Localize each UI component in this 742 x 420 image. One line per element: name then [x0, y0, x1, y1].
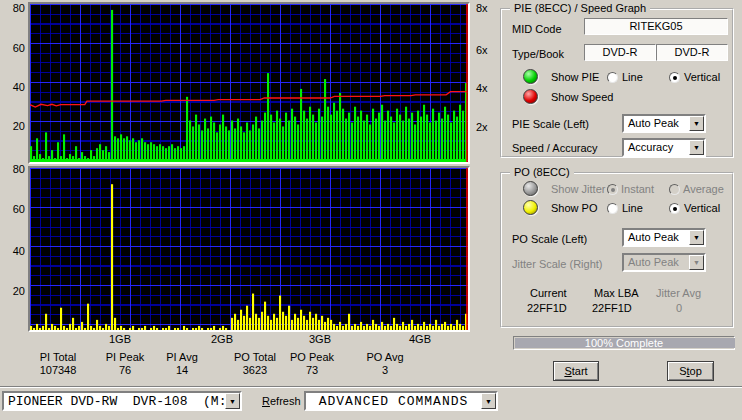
mid-code-label: MID Code	[512, 23, 562, 35]
advanced-commands-select[interactable]: ADVANCED COMMANDS ▼	[304, 391, 498, 411]
drive-select-value: PIONEER DVD-RW DVR-108 (M:)	[8, 394, 234, 409]
advanced-commands-value: ADVANCED COMMANDS	[306, 394, 481, 409]
dropdown-button[interactable]: ▼	[225, 393, 240, 409]
speed-tick-6x: 6x	[476, 44, 498, 56]
stat-pi-total: PI Total107348	[20, 351, 96, 377]
progress-bar: 100% Complete	[513, 336, 735, 350]
start-button-rest: tart	[572, 365, 588, 377]
refresh-rest: efresh	[270, 395, 301, 407]
refresh-button[interactable]: Refresh	[262, 395, 301, 407]
current-lba-label: Current	[530, 287, 567, 299]
jitter-scale-select: Auto Peak ▼	[622, 253, 706, 272]
po-scale-label: PO Scale (Left)	[512, 233, 587, 245]
jitter-instant-label: Instant	[621, 183, 654, 195]
pie-vertical-radio[interactable]	[669, 72, 680, 83]
pie-line-label[interactable]: Line	[622, 71, 643, 83]
pie-scale-value: Auto Peak	[628, 117, 679, 130]
po-vertical-radio[interactable]	[669, 203, 680, 214]
stop-button-rest: op	[690, 365, 702, 377]
book-type-value: DVD-R	[656, 44, 728, 61]
pie-y-tick-80: 80	[1, 2, 25, 14]
jitter-instant-radio	[607, 184, 618, 195]
po-y-tick-40: 40	[1, 245, 25, 257]
stat-po-avg: PO Avg3	[347, 351, 423, 377]
po-line-label[interactable]: Line	[622, 202, 643, 214]
chevron-down-icon: ▼	[482, 394, 495, 410]
speed-accuracy-select[interactable]: Accuracy ▼	[622, 138, 706, 157]
x-tick-2gb: 2GB	[204, 333, 240, 345]
po-y-tick-80: 80	[1, 163, 25, 175]
mid-code-value: RITEKG05	[584, 18, 728, 35]
pie-line-radio[interactable]	[607, 72, 618, 83]
po-line-radio[interactable]	[607, 203, 618, 214]
stat-value: 73	[274, 364, 350, 377]
stat-value: 107348	[20, 364, 96, 377]
stat-label: PI Total	[20, 351, 96, 364]
chevron-down-icon: ▼	[690, 256, 703, 269]
stat-value: 14	[144, 364, 220, 377]
dropdown-button: ▼	[689, 255, 704, 270]
max-lba-value: 22FF1D	[592, 302, 632, 314]
po-scale-select[interactable]: Auto Peak ▼	[622, 228, 706, 247]
pie-scale-label: PIE Scale (Left)	[512, 118, 589, 130]
disc-quality-scan-app: 80 60 40 20 80 60 40 20 8x 6x 4x 2x 1GB …	[0, 0, 742, 420]
show-pie-label: Show PIE	[551, 71, 599, 83]
disc-type-value: DVD-R	[584, 44, 656, 61]
dropdown-button[interactable]: ▼	[689, 116, 704, 131]
pie-graph-panel	[28, 2, 470, 164]
show-po-led-icon[interactable]	[523, 200, 538, 215]
x-tick-4gb: 4GB	[402, 333, 438, 345]
pie-y-tick-60: 60	[1, 42, 25, 54]
speed-tick-4x: 4x	[476, 82, 498, 94]
show-jitter-label: Show Jitter	[551, 183, 605, 195]
po-groupbox-title: PO (8ECC)	[510, 166, 574, 178]
stat-label: PO Peak	[274, 351, 350, 364]
x-tick-3gb: 3GB	[302, 333, 338, 345]
show-speed-label: Show Speed	[551, 91, 613, 103]
speed-accuracy-label: Speed / Accuracy	[512, 142, 598, 154]
po-y-tick-20: 20	[1, 285, 25, 297]
drive-select[interactable]: PIONEER DVD-RW DVR-108 (M:) ▼	[2, 391, 242, 411]
show-pie-led-icon[interactable]	[523, 69, 538, 84]
chevron-down-icon: ▼	[690, 141, 703, 154]
stop-button[interactable]: Stop	[667, 361, 714, 381]
pie-vertical-label[interactable]: Vertical	[684, 71, 720, 83]
stat-pi-avg: PI Avg14	[144, 351, 220, 377]
stat-label: PI Avg	[144, 351, 220, 364]
po-graph-panel	[28, 166, 470, 332]
pie-y-tick-40: 40	[1, 81, 25, 93]
pie-scale-select[interactable]: Auto Peak ▼	[622, 114, 706, 133]
show-jitter-led-icon	[523, 181, 538, 196]
jitter-average-radio	[669, 184, 680, 195]
dropdown-button[interactable]: ▼	[689, 140, 704, 155]
max-lba-label: Max LBA	[594, 287, 639, 299]
stat-label: PO Avg	[347, 351, 423, 364]
po-scale-value: Auto Peak	[628, 231, 679, 244]
pie-chart	[30, 4, 468, 162]
jitter-scale-value: Auto Peak	[628, 256, 679, 269]
po-vertical-label[interactable]: Vertical	[684, 202, 720, 214]
start-button[interactable]: Start	[553, 361, 599, 381]
dropdown-button[interactable]: ▼	[481, 393, 496, 409]
pie-plot-area	[30, 4, 468, 162]
chevron-down-icon: ▼	[226, 394, 239, 410]
x-tick-1gb: 1GB	[102, 333, 138, 345]
pie-groupbox-title: PIE (8ECC) / Speed Graph	[510, 2, 650, 14]
chevron-down-icon: ▼	[690, 231, 703, 244]
start-button-accel: S	[564, 365, 571, 377]
progress-text: 100% Complete	[514, 337, 734, 349]
jitter-scale-label: Jitter Scale (Right)	[512, 258, 602, 270]
jitter-avg-label: Jitter Avg	[656, 287, 701, 299]
type-book-label: Type/Book	[512, 48, 564, 60]
pie-y-tick-20: 20	[1, 120, 25, 132]
show-po-label: Show PO	[551, 202, 597, 214]
po-y-tick-60: 60	[1, 203, 25, 215]
speed-tick-2x: 2x	[476, 121, 498, 133]
bottom-separator	[0, 386, 742, 388]
chevron-down-icon: ▼	[690, 117, 703, 130]
speed-tick-8x: 8x	[476, 2, 498, 14]
show-speed-led-icon[interactable]	[523, 89, 538, 104]
dropdown-button[interactable]: ▼	[689, 230, 704, 245]
jitter-average-label: Average	[683, 183, 724, 195]
jitter-avg-value: 0	[676, 302, 682, 314]
